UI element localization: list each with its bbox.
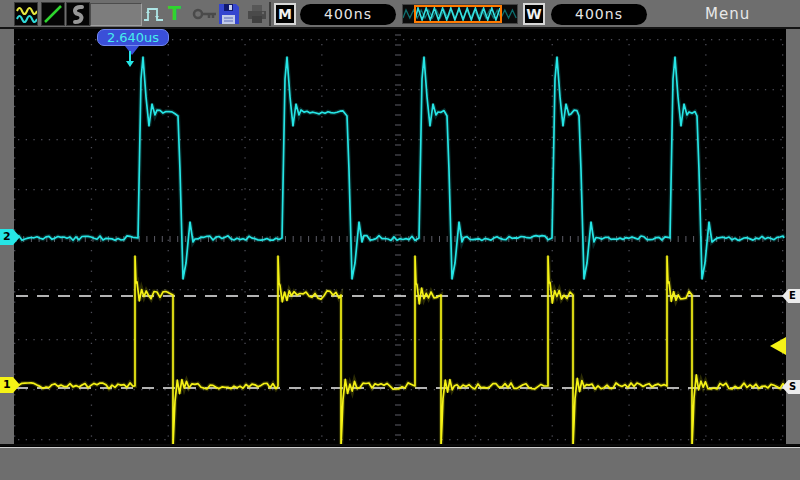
main-timebase-readout: 400ns (300, 4, 396, 25)
bottom-status-bar: DC 20 2.00V DC 20 2.00V CH1 1.60V 2.240k… (0, 447, 800, 480)
save-floppy-icon[interactable] (218, 3, 240, 25)
acquisition-preview[interactable] (402, 4, 518, 24)
gray-blob-icon (75, 7, 82, 22)
empty-indicator-panel (90, 3, 142, 26)
menu-button[interactable]: Menu (705, 5, 750, 23)
key-lock-icon[interactable] (192, 7, 218, 21)
trigger-pulse-icon (143, 4, 166, 24)
main-timebase-badge: M (274, 3, 296, 25)
yellow-wave-icon (17, 8, 37, 14)
trigger-status-t: T (168, 2, 181, 24)
waveform-plot (0, 0, 800, 480)
slope-display-button[interactable] (41, 2, 65, 26)
pretrigger-pointer-icon (125, 46, 139, 55)
trigger-position-arrow-icon (126, 61, 134, 67)
print-icon[interactable] (246, 4, 268, 24)
trigger-level-arrow[interactable] (770, 337, 786, 355)
channels-display-button[interactable] (14, 2, 38, 26)
oscilloscope-screen: T M 400ns W 400ns Menu (0, 0, 800, 480)
cyan-wave-icon (17, 16, 37, 22)
window-timebase-badge: W (523, 3, 545, 25)
persistence-display-button[interactable] (66, 2, 90, 26)
pretrigger-time-label: 2.640us (97, 29, 169, 46)
window-timebase-readout: 400ns (551, 4, 647, 25)
divider (0, 444, 800, 446)
divider (269, 2, 271, 26)
top-status-bar: T M 400ns W 400ns Menu (0, 0, 800, 29)
green-slope-icon (45, 6, 61, 22)
